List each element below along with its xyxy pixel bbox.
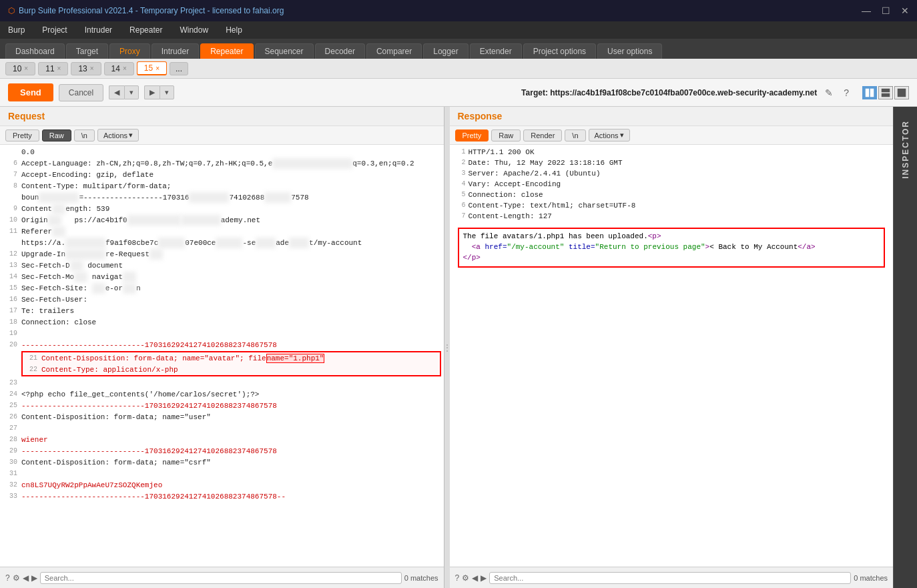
view-single-btn[interactable] [894,86,909,99]
req-line: 25 ----------------------------170316292… [3,400,441,411]
req-line: 15 Sec-Fetch-Site: e-or n [3,282,441,294]
resp-newline-btn[interactable]: \n [565,129,585,141]
menu-burp[interactable]: Burp [5,24,27,36]
resp-actions-chevron: ▾ [620,131,624,139]
request-search-input[interactable] [40,572,402,584]
req-actions-btn[interactable]: Actions ▾ [97,129,139,141]
req-line: 0.0 [3,146,441,158]
response-code-area[interactable]: 1 HTTP/1.1 200 OK 2 Date: Thu, 12 May 20… [450,145,894,567]
resp-search-prev-btn[interactable]: ◀ [472,573,478,583]
rep-tab-13[interactable]: 13 × [71,62,101,75]
menu-repeater[interactable]: Repeater [127,24,165,36]
toolbar: Send Cancel ◀ ▾ ▶ ▾ Target: https://ac4b… [0,79,917,107]
nav-prev-dropdown[interactable]: ▾ [124,85,139,99]
rep-tab-13-close[interactable]: × [90,65,94,72]
response-title: Response [458,111,503,121]
req-line: 11 Referer [3,226,441,237]
resp-highlight-line2: <a href="/my-account" title="Return to p… [463,242,880,253]
response-header: Response [450,107,894,126]
req-pretty-btn[interactable]: Pretty [5,129,39,141]
response-pane: Response Pretty Raw Render \n Actions ▾ … [450,107,894,588]
req-line: 8 Content-Type: multipart/form-data; [3,180,441,192]
resp-raw-btn[interactable]: Raw [491,129,521,141]
rep-tab-14-close[interactable]: × [123,65,127,72]
resp-search-next-btn[interactable]: ▶ [481,573,487,583]
tab-intruder[interactable]: Intruder [151,43,199,59]
cancel-button[interactable]: Cancel [59,84,103,101]
tab-user-options[interactable]: User options [597,43,662,59]
maximize-btn[interactable]: ☐ [882,5,890,16]
send-button[interactable]: Send [8,83,53,101]
rep-tab-more[interactable]: ... [170,62,188,75]
nav-prev-btn[interactable]: ◀ [109,85,124,99]
resp-pretty-btn[interactable]: Pretty [455,129,489,141]
rep-tab-15[interactable]: 15 × [137,61,167,75]
tab-dashboard[interactable]: Dashboard [5,43,65,59]
tab-decoder[interactable]: Decoder [315,43,365,59]
req-newline-btn[interactable]: \n [74,129,95,141]
minimize-btn[interactable]: — [862,5,871,16]
nav-next-btn[interactable]: ▶ [144,85,160,99]
close-btn[interactable]: ✕ [901,5,909,16]
resp-line: 5 Connection: close [455,190,888,201]
rep-tab-10[interactable]: 10 × [5,62,35,75]
tab-proxy[interactable]: Proxy [109,43,150,59]
req-line: 27 [3,422,441,434]
window-controls[interactable]: — ☐ ✕ [862,5,909,16]
req-search-prev-btn[interactable]: ◀ [23,573,29,583]
tab-project-options[interactable]: Project options [523,43,596,59]
rep-tab-11[interactable]: 11 × [38,62,68,75]
nav-next-dropdown[interactable]: ▾ [160,85,174,99]
tab-comparer[interactable]: Comparer [366,43,422,59]
resp-actions-btn[interactable]: Actions ▾ [589,129,630,141]
req-raw-btn[interactable]: Raw [42,129,71,141]
menu-intruder[interactable]: Intruder [82,24,115,36]
inspector-panel: INSPECTOR [893,107,917,588]
req-line: 23 [3,377,441,388]
svg-rect-1 [870,89,874,97]
menu-help[interactable]: Help [223,24,245,36]
req-line: 16 Sec-Fetch-User: [3,294,441,305]
request-title: Request [8,111,45,121]
view-split-h-btn[interactable] [862,86,877,99]
req-line: 26 Content-Disposition: form-data; name=… [3,411,441,422]
req-line: 32 cn8LS7UQyRW2pPpAwAeU7zSOZQKemjeo [3,479,441,491]
menu-project[interactable]: Project [39,24,69,36]
resp-search-settings-btn[interactable]: ⚙ [462,573,469,583]
tab-sequencer[interactable]: Sequencer [255,43,314,59]
tab-repeater[interactable]: Repeater [200,43,253,59]
menu-window[interactable]: Window [177,24,211,36]
req-search-help-btn[interactable]: ? [5,573,10,583]
pane-divider[interactable] [444,107,450,588]
req-line: 17 Te: trailers [3,305,441,316]
req-search-next-btn[interactable]: ▶ [31,573,37,583]
request-code-area[interactable]: 0.0 6 Accept-Language: zh-CN,zh;q=0.8,zh… [0,145,444,567]
req-search-settings-btn[interactable]: ⚙ [13,573,20,583]
resp-search-help-btn[interactable]: ? [455,573,460,583]
view-split-v-btn[interactable] [878,86,893,99]
response-search-input[interactable] [489,572,851,584]
help-target-btn[interactable]: ? [841,86,852,99]
rep-tab-14[interactable]: 14 × [104,62,134,75]
rep-tab-13-label: 13 [78,64,87,73]
req-line: 22 Content-Type: application/x-php [23,364,440,375]
rep-tab-10-close[interactable]: × [24,65,28,72]
tab-target[interactable]: Target [66,43,108,59]
resp-highlight-line3: </p> [463,253,880,264]
req-line: 10 Origin ps://ac4b1f0 ademy.net [3,214,441,226]
req-line: boun =------------------170316 74102688 … [3,192,441,203]
response-toolbar: Pretty Raw Render \n Actions ▾ [450,126,894,145]
edit-target-btn[interactable]: ✎ [822,86,836,99]
rep-tab-15-close[interactable]: × [156,65,160,72]
rep-tab-11-close[interactable]: × [57,65,61,72]
request-search-bar: ? ⚙ ◀ ▶ 0 matches [0,567,444,588]
rep-tab-14-label: 14 [111,64,120,73]
repeater-tabs: 10 × 11 × 13 × 14 × 15 × ... [0,59,917,79]
req-line: 31 [3,468,441,479]
tab-logger[interactable]: Logger [423,43,468,59]
request-toolbar: Pretty Raw \n Actions ▾ [0,126,444,145]
req-line: 7 Accept-Encoding: gzip, deflate [3,169,441,180]
tab-extender[interactable]: Extender [470,43,522,59]
resp-render-btn[interactable]: Render [523,129,562,141]
resp-highlight-line1: The file avatars/1.php1 has been uploade… [463,232,880,242]
